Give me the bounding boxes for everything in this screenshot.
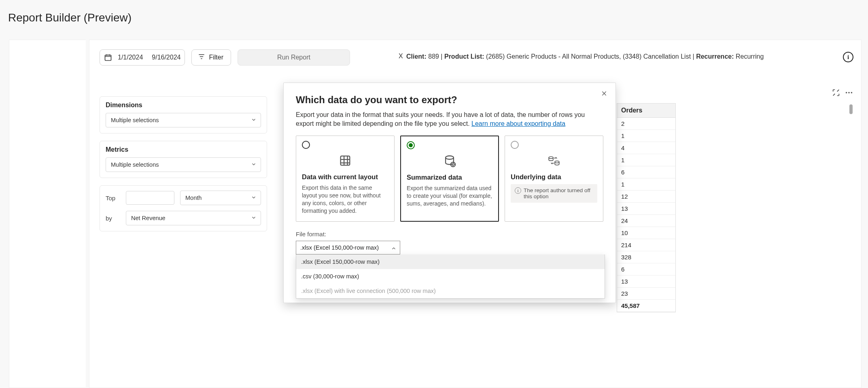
card-title: Data with current layout xyxy=(302,173,388,181)
orders-cell: 13 xyxy=(617,276,675,288)
export-option-current-layout[interactable]: Data with current layout Export this dat… xyxy=(296,136,395,222)
radio-icon xyxy=(302,141,310,149)
chevron-down-icon xyxy=(251,195,257,201)
date-start: 1/1/2024 xyxy=(118,54,143,61)
orders-header[interactable]: Orders xyxy=(617,104,675,118)
dimensions-value: Multiple selections xyxy=(111,117,159,123)
layout-grid-icon xyxy=(302,154,388,167)
file-format-dropdown: .xlsx (Excel 150,000-row max) .csv (30,0… xyxy=(296,254,605,299)
metrics-select[interactable]: Multiple selections xyxy=(106,157,261,172)
file-format-option: .xlsx (Excel) with live connection (500,… xyxy=(296,284,605,298)
top-unit-select[interactable]: Month xyxy=(180,191,261,205)
notice-text: The report author turned off this option xyxy=(524,187,593,199)
orders-cell: 328 xyxy=(617,251,675,263)
file-format-value: .xlsx (Excel 150,000-row max) xyxy=(300,244,379,251)
chevron-down-icon xyxy=(251,161,257,168)
orders-cell: 6 xyxy=(617,166,675,178)
orders-cell: 4 xyxy=(617,142,675,154)
date-range-picker[interactable]: 1/1/2024 9/16/2024 xyxy=(100,49,185,66)
filter-label: Filter xyxy=(209,54,223,61)
left-panel xyxy=(9,40,86,388)
more-options-icon[interactable] xyxy=(845,88,853,97)
orders-cell: 23 xyxy=(617,288,675,300)
chevron-down-icon xyxy=(251,117,257,124)
svg-point-8 xyxy=(555,161,559,163)
info-icon: i xyxy=(515,187,521,194)
export-dialog: Which data do you want to export? Export… xyxy=(283,83,616,303)
svg-rect-0 xyxy=(105,55,111,60)
file-format-option[interactable]: .csv (30,000-row max) xyxy=(296,269,605,284)
scrollbar-thumb[interactable] xyxy=(849,104,853,114)
run-report-label: Run Report xyxy=(277,54,310,61)
orders-cell: 6 xyxy=(617,263,675,276)
orders-cell: 13 xyxy=(617,203,675,215)
metrics-label: Metrics xyxy=(106,146,261,153)
svg-point-2 xyxy=(848,92,850,93)
top-label: Top xyxy=(106,195,120,201)
date-end: 9/16/2024 xyxy=(152,54,180,61)
dimensions-label: Dimensions xyxy=(106,102,261,109)
svg-point-7 xyxy=(549,157,553,159)
dimensions-panel: Dimensions Multiple selections xyxy=(100,96,267,134)
calendar-icon xyxy=(104,53,112,61)
export-option-underlying[interactable]: Underlying data i The report author turn… xyxy=(505,136,603,222)
file-format-select[interactable]: .xlsx (Excel 150,000-row max) xyxy=(296,241,400,254)
focus-mode-icon[interactable] xyxy=(832,88,840,97)
clear-context-button[interactable]: X xyxy=(399,53,403,60)
radio-icon xyxy=(511,141,519,149)
chevron-down-icon xyxy=(251,215,257,222)
orders-cell: 12 xyxy=(617,191,675,203)
svg-point-3 xyxy=(851,92,853,93)
dialog-title: Which data do you want to export? xyxy=(296,94,603,106)
orders-cell: 10 xyxy=(617,227,675,239)
orders-cell: 214 xyxy=(617,239,675,251)
by-select[interactable]: Net Revenue xyxy=(126,211,261,225)
by-label: by xyxy=(106,215,120,222)
chevron-up-icon xyxy=(391,244,397,251)
run-report-button[interactable]: Run Report xyxy=(238,49,350,66)
file-format-option[interactable]: .xlsx (Excel 150,000-row max) xyxy=(296,254,605,269)
close-button[interactable] xyxy=(598,89,610,100)
by-value: Net Revenue xyxy=(131,215,166,221)
filter-icon xyxy=(197,53,209,62)
page-title: Report Builder (Preview) xyxy=(0,0,868,32)
file-format-label: File format: xyxy=(296,231,603,237)
card-body: Export the summarized data used to creat… xyxy=(407,184,492,208)
card-title: Underlying data xyxy=(511,173,597,181)
close-icon xyxy=(601,90,607,98)
info-icon[interactable]: i xyxy=(843,52,853,62)
orders-cell: 2 xyxy=(617,118,675,130)
disabled-notice: i The report author turned off this opti… xyxy=(511,184,597,203)
card-title: Summarized data xyxy=(407,174,492,181)
orders-table: Orders 2141611213241021432861323 45,587 xyxy=(617,103,676,312)
card-body: Export this data in the same layout you … xyxy=(302,184,388,215)
context-summary: Client: 889 | Product List: (2685) Gener… xyxy=(406,52,823,61)
orders-total: 45,587 xyxy=(617,300,675,312)
svg-point-1 xyxy=(846,92,847,93)
learn-more-link[interactable]: Learn more about exporting data xyxy=(471,120,565,127)
radio-icon xyxy=(407,141,415,149)
svg-rect-4 xyxy=(341,156,350,165)
svg-point-5 xyxy=(446,156,454,159)
dialog-description: Export your data in the format that suit… xyxy=(296,110,587,128)
dimensions-select[interactable]: Multiple selections xyxy=(106,113,261,127)
orders-cell: 24 xyxy=(617,215,675,227)
metrics-panel: Metrics Multiple selections xyxy=(100,141,267,178)
filter-button[interactable]: Filter xyxy=(191,49,231,66)
orders-cell: 1 xyxy=(617,178,675,191)
export-option-summarized[interactable]: Summarized data Export the summarized da… xyxy=(400,136,499,222)
database-summarize-icon xyxy=(407,154,492,168)
top-by-panel: Top Month by Net Revenue xyxy=(100,185,267,231)
database-sync-icon xyxy=(511,154,597,167)
metrics-value: Multiple selections xyxy=(111,161,159,168)
orders-cell: 1 xyxy=(617,154,675,166)
top-n-input[interactable] xyxy=(126,191,174,205)
orders-cell: 1 xyxy=(617,130,675,142)
top-unit-value: Month xyxy=(185,195,202,201)
